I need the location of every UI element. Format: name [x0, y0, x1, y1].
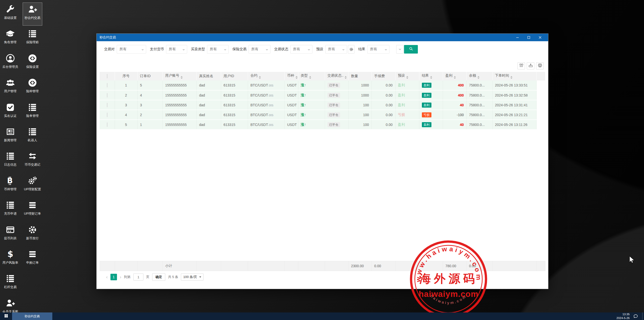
person-plus-icon: [28, 4, 37, 14]
sort-icon[interactable]: [181, 76, 183, 79]
column-header-label: 交易状态..: [328, 73, 344, 77]
sort-icon[interactable]: [296, 76, 298, 79]
select-all-checkbox[interactable]: [107, 74, 107, 78]
search-button[interactable]: [404, 45, 418, 54]
list-icon: [28, 127, 37, 137]
column-header-account[interactable]: 用户账号: [163, 72, 196, 80]
maximize-button[interactable]: [523, 34, 534, 41]
cell-seq: 1: [115, 80, 137, 90]
row-checkbox[interactable]: [107, 93, 107, 98]
column-header-type[interactable]: 类型: [298, 72, 325, 80]
column-header-result[interactable]: 结果: [419, 72, 443, 80]
sidebar-item-coin-management[interactable]: B币种管理: [1, 174, 20, 197]
column-header-balance[interactable]: 余额: [466, 72, 492, 80]
next-page-button[interactable]: ›: [120, 275, 121, 280]
cell-checkbox: [100, 100, 115, 110]
filter-select-trade-status[interactable]: 所有: [290, 45, 312, 54]
export-button[interactable]: [527, 62, 534, 69]
sidebar-item-deposit-requests[interactable]: 充币申请: [1, 198, 20, 221]
sidebar-item-basic-settings[interactable]: 基础设置: [1, 3, 20, 26]
window-titlebar[interactable]: 秒合约交易: [97, 34, 548, 41]
cell-time: 2024-05-26 13:21:21: [492, 110, 536, 120]
filter-select-insurance-trade[interactable]: 所有: [249, 45, 270, 54]
column-header-preset[interactable]: 预设: [395, 72, 419, 80]
filter-select-trading-pair[interactable]: 所有: [117, 45, 146, 54]
sidebar-item-real-name-auth[interactable]: 实名认证: [1, 101, 20, 124]
cell-real_name: dad: [196, 120, 221, 129]
sort-icon[interactable]: [477, 76, 479, 79]
column-header-spacer: [536, 72, 545, 80]
sidebar-item-news-management[interactable]: 新闻管理: [1, 125, 20, 148]
confirm-page-button[interactable]: 确定: [152, 273, 165, 281]
sidebar-item-up-wealth-config[interactable]: UP理财配置: [23, 174, 42, 197]
filter-select-payment-currency[interactable]: 所有: [166, 45, 187, 54]
column-header-status[interactable]: 交易状态..: [325, 72, 348, 80]
cell-real_name: dad: [196, 90, 221, 100]
cell-order_id: 3: [137, 100, 163, 110]
subtotal-user_id: [221, 261, 248, 271]
sort-icon[interactable]: [259, 76, 261, 79]
sort-icon[interactable]: [309, 76, 311, 79]
page-size-select[interactable]: 100 条/页: [181, 273, 204, 281]
sidebar-item-up-wealth-orders[interactable]: UP理财订单: [23, 198, 42, 221]
column-header-profit[interactable]: 盈利: [443, 72, 466, 80]
gears-icon: [28, 176, 37, 186]
columns-button[interactable]: [517, 62, 525, 69]
code-circle-icon: [28, 53, 37, 63]
row-checkbox[interactable]: [107, 122, 107, 127]
sidebar-item-second-contract-trading[interactable]: 秒合约交易: [23, 3, 42, 26]
row-checkbox[interactable]: [107, 83, 107, 87]
sidebar-item-label: 币种管理: [4, 187, 17, 192]
filter-label: 结果: [358, 47, 365, 52]
column-header-contract[interactable]: 合约: [248, 72, 285, 80]
sidebar-item-user-risk-rate[interactable]: $用户风险率: [1, 247, 20, 270]
sidebar-item-robot[interactable]: 机器人: [23, 125, 42, 148]
goto-label: 到第: [124, 275, 131, 279]
column-header-label: 结果: [422, 73, 429, 77]
sidebar-item-subscription-orders[interactable]: 申购订单: [23, 247, 42, 270]
column-header-label: 余额: [469, 73, 476, 77]
goto-page-input[interactable]: [133, 273, 143, 281]
taskbar-item-active[interactable]: 秒合约交易: [12, 312, 52, 320]
filter-select-trade-type[interactable]: 所有: [207, 45, 229, 54]
current-page-badge[interactable]: 1: [110, 274, 117, 280]
sidebar-item-withdrawal-list[interactable]: 提币列表: [1, 223, 20, 246]
sidebar-item-leverage-trading[interactable]: 杠杆交易: [1, 272, 20, 295]
sidebar-item-insurance-type-management[interactable]: 险种管理: [23, 76, 42, 99]
column-header-label: 手续费: [374, 74, 385, 78]
preset-settings-button[interactable]: [348, 45, 354, 54]
show-desktop-button[interactable]: [642, 312, 644, 320]
sort-icon[interactable]: [406, 76, 408, 79]
sidebar-item-insurance-claims[interactable]: 保险理赔: [23, 27, 42, 50]
cell-account: 15555555555: [163, 100, 196, 110]
sidebar-item-admin-management[interactable]: 后台管理员: [1, 52, 20, 75]
sidebar-item-role-management[interactable]: 角色管理: [1, 27, 20, 50]
sort-icon[interactable]: [510, 76, 512, 79]
more-filters-button[interactable]: [396, 45, 404, 54]
row-checkbox[interactable]: [107, 113, 107, 117]
minimize-button[interactable]: [512, 34, 523, 41]
prev-page-button[interactable]: ‹: [106, 275, 108, 280]
sidebar-item-insurance-settings[interactable]: 保险设置: [23, 52, 42, 75]
taskbar-clock[interactable]: 13:35 2024-5-26: [617, 312, 630, 320]
sidebar-item-new-coin-issue[interactable]: 新币发行: [23, 223, 42, 246]
sort-icon[interactable]: [454, 76, 456, 79]
sidebar-item-log-info[interactable]: 日志信息: [1, 149, 20, 172]
chat-bubble-icon[interactable]: [633, 314, 638, 319]
sidebar-item-policy-management[interactable]: 险单管理: [23, 101, 42, 124]
sort-icon[interactable]: [345, 76, 347, 79]
cell-order_id: 5: [137, 80, 163, 90]
sidebar-item-coin-trade-record[interactable]: 币币交易记: [23, 149, 42, 172]
filter-select-result[interactable]: 所有: [367, 45, 389, 54]
filter-select-preset[interactable]: 所有: [325, 45, 347, 54]
people-icon: [6, 78, 15, 88]
cell-coin: USDT: [285, 110, 298, 120]
column-header-coin[interactable]: 币种: [285, 72, 298, 80]
start-button[interactable]: [0, 312, 12, 320]
close-button[interactable]: [534, 34, 546, 41]
sidebar-item-user-management[interactable]: 用户管理: [1, 76, 20, 99]
row-checkbox[interactable]: [107, 103, 107, 107]
sort-icon[interactable]: [430, 76, 432, 79]
column-header-time[interactable]: 下单时间: [492, 72, 536, 80]
print-button[interactable]: [536, 62, 544, 69]
